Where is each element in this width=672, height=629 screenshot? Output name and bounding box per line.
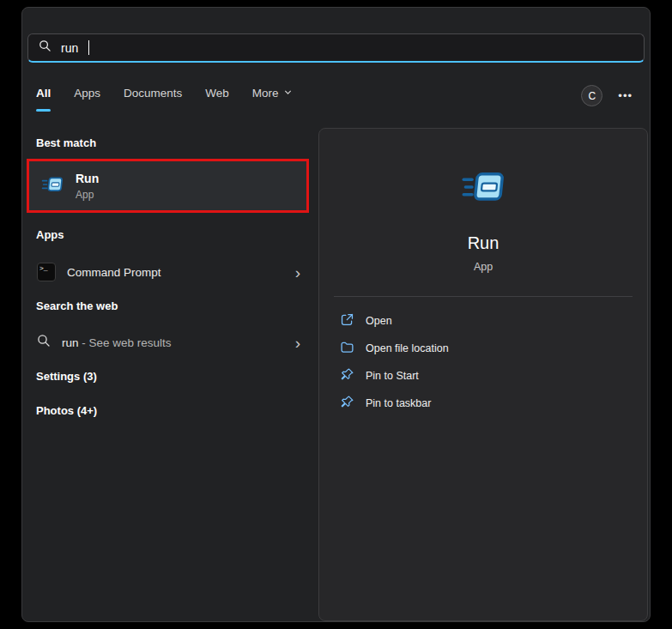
chevron-down-icon bbox=[283, 87, 293, 100]
action-list: Open Open file location Pin to Start bbox=[319, 297, 647, 427]
search-icon bbox=[39, 39, 51, 56]
search-window: run All Apps Documents Web More bbox=[21, 7, 651, 622]
tab-more[interactable]: More bbox=[252, 87, 293, 112]
action-open[interactable]: Open bbox=[335, 307, 632, 335]
text-cursor bbox=[88, 40, 89, 55]
action-pin-to-taskbar[interactable]: Pin to taskbar bbox=[335, 390, 632, 417]
run-app-icon bbox=[41, 173, 64, 199]
search-icon-small bbox=[37, 334, 51, 351]
search-query-text: run bbox=[61, 41, 78, 55]
tab-apps[interactable]: Apps bbox=[74, 87, 100, 112]
pin-icon bbox=[340, 367, 354, 384]
tab-web[interactable]: Web bbox=[205, 87, 229, 112]
search-input[interactable]: run bbox=[27, 33, 645, 63]
filter-tabs: All Apps Documents Web More bbox=[36, 87, 293, 112]
best-match-header: Best match bbox=[36, 136, 96, 149]
result-title: Run bbox=[76, 172, 99, 185]
folder-icon bbox=[340, 340, 354, 357]
best-match-result-run[interactable]: Run App bbox=[29, 161, 306, 210]
preview-subtitle: App bbox=[474, 261, 493, 273]
action-open-file-location[interactable]: Open file location bbox=[335, 335, 632, 362]
run-app-icon-large bbox=[461, 165, 506, 213]
command-prompt-icon: >_ bbox=[37, 263, 56, 281]
photos-group-header[interactable]: Photos (4+) bbox=[36, 404, 97, 417]
result-web-search[interactable]: run - See web results › bbox=[27, 326, 311, 359]
more-options-button[interactable]: ••• bbox=[618, 89, 633, 102]
pin-icon bbox=[340, 395, 354, 412]
search-web-header: Search the web bbox=[36, 299, 118, 312]
annotation-highlight: Run App bbox=[27, 159, 309, 213]
apps-header: Apps bbox=[36, 228, 64, 241]
tab-all[interactable]: All bbox=[36, 87, 51, 112]
action-pin-to-start[interactable]: Pin to Start bbox=[335, 362, 632, 390]
preview-title: Run bbox=[468, 233, 499, 253]
result-command-prompt[interactable]: >_ Command Prompt › bbox=[27, 256, 311, 288]
open-icon bbox=[340, 312, 354, 330]
web-suffix: - See web results bbox=[79, 336, 172, 349]
preview-pane: Run App Open Open bbox=[318, 128, 648, 621]
chevron-right-icon[interactable]: › bbox=[295, 264, 300, 281]
result-subtitle: App bbox=[76, 189, 99, 201]
tab-documents[interactable]: Documents bbox=[124, 87, 182, 112]
chevron-right-icon[interactable]: › bbox=[295, 335, 300, 351]
active-tab-underline bbox=[36, 109, 51, 112]
web-query: run bbox=[62, 336, 79, 349]
account-avatar[interactable]: C bbox=[581, 85, 602, 106]
settings-group-header[interactable]: Settings (3) bbox=[36, 370, 97, 383]
